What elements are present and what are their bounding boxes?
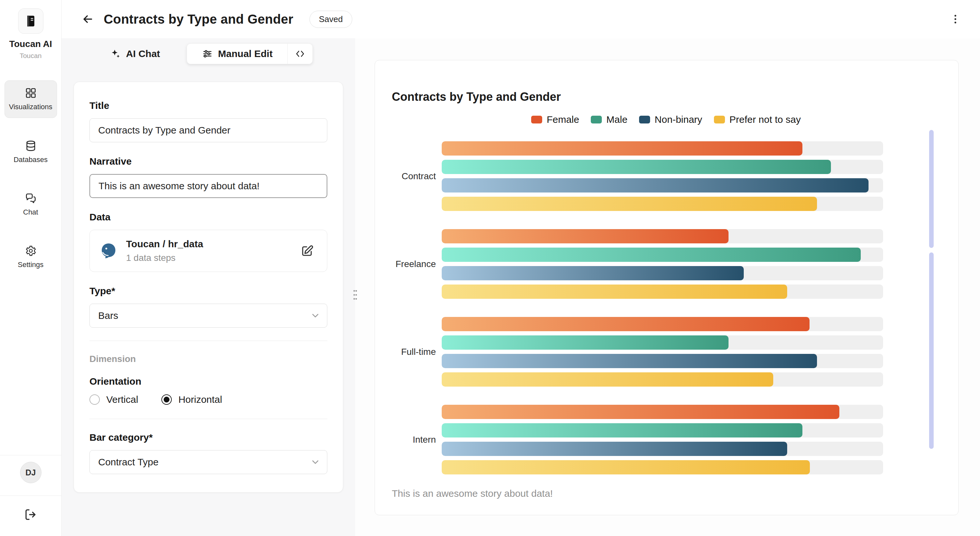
avatar[interactable]: DJ	[20, 462, 41, 483]
code-icon	[295, 49, 305, 59]
chart-scrollbar-track[interactable]	[929, 253, 934, 449]
bar-male	[442, 423, 802, 437]
config-panel: AI Chat Manual Edit	[62, 38, 355, 536]
tab-pill: Manual Edit	[187, 43, 313, 64]
bar-non-binary	[442, 354, 817, 368]
bar-track	[442, 248, 883, 262]
chevron-down-icon	[310, 310, 320, 321]
sidebar-item-databases[interactable]: Databases	[5, 134, 57, 170]
bar-track	[442, 336, 883, 350]
back-button[interactable]	[80, 12, 95, 27]
bar-track	[442, 317, 883, 331]
legend-label: Female	[547, 114, 579, 125]
bar-category-label: Bar category*	[89, 432, 327, 443]
legend-item[interactable]: Female	[531, 114, 579, 125]
gear-icon	[25, 245, 37, 257]
bar-track	[442, 178, 883, 192]
radio-horizontal[interactable]: Horizontal	[161, 394, 222, 405]
legend-swatch	[639, 116, 650, 124]
code-view-button[interactable]	[288, 44, 312, 64]
bar-track	[442, 405, 883, 419]
legend-item[interactable]: Non-binary	[639, 114, 702, 125]
bar-track	[442, 141, 883, 156]
legend-label: Male	[606, 114, 627, 125]
brand-subtitle: Toucan	[20, 52, 42, 60]
type-select[interactable]: Bars	[89, 304, 327, 328]
bar-group: Freelance	[392, 229, 883, 299]
narrative-input[interactable]	[89, 174, 327, 198]
bar-prefer-not-to-say	[442, 197, 817, 211]
postgres-icon	[100, 242, 118, 260]
kebab-menu-icon	[950, 13, 961, 25]
bar-non-binary	[442, 178, 869, 192]
sparkles-icon	[110, 48, 121, 59]
bar-female	[442, 141, 802, 156]
category-label: Intern	[392, 434, 442, 445]
bar-group: Contract	[392, 141, 883, 211]
sidebar-bottom: DJ	[0, 455, 61, 536]
bar-track	[442, 372, 883, 386]
edit-data-button[interactable]	[297, 241, 317, 261]
content-area: AI Chat Manual Edit	[62, 38, 980, 536]
config-card: Title Narrative Data Toucan / hr_data 1 …	[73, 82, 343, 493]
bar-non-binary	[442, 442, 787, 456]
tab-ai-chat[interactable]: AI Chat	[104, 44, 166, 64]
bar-female	[442, 405, 839, 419]
legend-swatch	[591, 116, 602, 124]
radio-horizontal-circle[interactable]	[161, 394, 172, 405]
page-header: Contracts by Type and Gender Saved	[62, 0, 980, 38]
bar-prefer-not-to-say	[442, 372, 773, 386]
title-input[interactable]	[89, 118, 327, 142]
data-source-card[interactable]: Toucan / hr_data 1 data steps	[89, 230, 327, 272]
edit-pencil-icon	[301, 244, 314, 258]
chart-scrollbar-thumb[interactable]	[929, 130, 934, 248]
bar-category-select-value: Contract Type	[98, 456, 159, 468]
chart-title: Contracts by Type and Gender	[392, 90, 940, 104]
sliders-icon	[202, 48, 213, 59]
chart-card: Contracts by Type and Gender FemaleMaleN…	[375, 60, 959, 515]
data-source-texts: Toucan / hr_data 1 data steps	[126, 239, 203, 263]
bar-group-bars	[442, 229, 883, 299]
chart-plot: ContractFreelanceFull-timeIntern	[392, 141, 883, 474]
sidebar-item-label: Settings	[18, 261, 44, 269]
logout-row	[0, 496, 61, 536]
legend-item[interactable]: Male	[591, 114, 627, 125]
radio-vertical-circle[interactable]	[89, 394, 100, 405]
radio-vertical[interactable]: Vertical	[89, 394, 138, 405]
type-select-value: Bars	[98, 310, 118, 321]
legend-swatch	[531, 116, 542, 124]
bar-track	[442, 423, 883, 437]
avatar-row: DJ	[0, 455, 61, 496]
bar-group: Intern	[392, 405, 883, 474]
sidebar-item-settings[interactable]: Settings	[5, 239, 57, 275]
tab-ai-chat-label: AI Chat	[126, 48, 160, 59]
data-source-name: Toucan / hr_data	[126, 239, 203, 250]
logout-icon	[24, 507, 38, 522]
chart-scrollbar[interactable]	[929, 130, 934, 511]
orientation-label: Orientation	[89, 376, 327, 387]
radio-horizontal-label: Horizontal	[178, 394, 222, 405]
dimension-label: Dimension	[89, 354, 327, 364]
sidebar-item-label: Databases	[14, 156, 48, 164]
bar-female	[442, 317, 810, 331]
chart-legend: FemaleMaleNon-binaryPrefer not to say	[392, 114, 940, 125]
bar-category-select[interactable]: Contract Type	[89, 450, 327, 474]
legend-label: Prefer not to say	[730, 114, 801, 125]
sidebar-item-chat[interactable]: Chat	[5, 186, 57, 223]
page-title: Contracts by Type and Gender	[104, 12, 293, 27]
bar-group-bars	[442, 141, 883, 211]
type-label: Type*	[89, 286, 327, 296]
bar-female	[442, 229, 729, 243]
logout-button[interactable]	[24, 507, 38, 522]
saved-status-badge: Saved	[310, 11, 352, 28]
sidebar-item-visualizations[interactable]: Visualizations	[5, 80, 57, 118]
panel-resize-handle[interactable]	[351, 288, 359, 302]
kebab-menu-button[interactable]	[948, 11, 963, 27]
tab-manual-edit[interactable]: Manual Edit	[187, 44, 288, 64]
legend-swatch	[714, 116, 725, 124]
bar-track	[442, 160, 883, 174]
app-logo	[18, 8, 43, 34]
legend-item[interactable]: Prefer not to say	[714, 114, 801, 125]
chart-narrative: This is an awesome story about data!	[392, 488, 940, 499]
category-label: Freelance	[392, 259, 442, 269]
